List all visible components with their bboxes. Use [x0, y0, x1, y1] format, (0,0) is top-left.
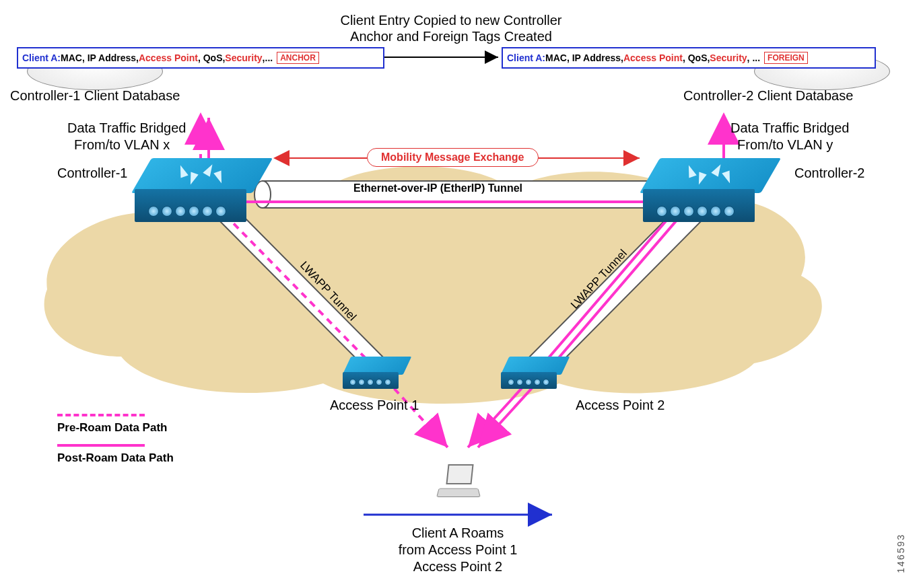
legend-post: Post-Roam Data Path: [57, 451, 174, 465]
fields-black1-right: MAC, IP Address,: [545, 52, 623, 63]
header-line2: Anchor and Foreign Tags Created: [316, 28, 586, 45]
lwapp-tunnel-left: [207, 202, 397, 378]
db-label-right: Controller-2 Client Database: [683, 87, 853, 104]
ap1-label: Access Point 1: [330, 397, 419, 414]
controller-2-device: [650, 158, 771, 222]
client-entry-right: Client A: MAC, IP Address, Access Point …: [502, 47, 876, 69]
controller-2-label: Controller-2: [794, 165, 864, 182]
fields-black1-left: MAC, IP Address,: [61, 52, 139, 63]
legend-solid-line: [57, 444, 145, 447]
client-a-label-left: Client A:: [22, 52, 61, 63]
svg-marker-3: [207, 209, 397, 371]
field-ap-left: Access Point: [139, 52, 198, 63]
lwapp-label-left: LWAPP Tunnel: [298, 259, 359, 324]
mobility-pill: Mobility Message Exchange: [367, 148, 539, 167]
access-point-2-device: [505, 357, 566, 389]
access-point-1-device: [347, 357, 407, 389]
header-line1: Client Entry Copied to new Controller: [316, 12, 586, 29]
lwapp-label-right: LWAPP Tunnel: [568, 247, 629, 311]
legend-dashed-line: [57, 414, 145, 416]
lwapp-tunnel-right: [515, 202, 714, 378]
controller-1-device: [141, 158, 263, 222]
ap2-label: Access Point 2: [576, 397, 664, 414]
etherip-label: Ethernet-over-IP (EtherIP) Tunnel: [353, 182, 522, 195]
figure-id: 146593: [895, 534, 906, 573]
tag-anchor: ANCHOR: [277, 52, 319, 64]
client-roam-3: Access Point 2: [374, 558, 542, 575]
fields-black2-left: , QoS,: [198, 52, 225, 63]
traffic-right-2: From/to VLAN y: [737, 137, 833, 153]
legend-pre: Pre-Roam Data Path: [57, 420, 167, 435]
client-roam-2: from Access Point 1: [374, 542, 542, 558]
field-ap-right: Access Point: [623, 52, 683, 63]
db-label-left: Controller-1 Client Database: [10, 87, 180, 104]
client-roam-1: Client A Roams: [374, 525, 542, 542]
ellipsis-left: ,...: [263, 52, 273, 63]
controller-1-label: Controller-1: [57, 165, 127, 182]
ellipsis-right: , ...: [747, 52, 760, 63]
traffic-left-2: From/to VLAN x: [74, 137, 170, 153]
client-entry-left: Client A: MAC, IP Address, Access Point …: [17, 47, 384, 69]
tag-foreign: FOREIGN: [764, 52, 808, 64]
field-sec-left: Security: [225, 52, 262, 63]
traffic-right-1: Data Traffic Bridged: [730, 120, 849, 137]
svg-marker-6: [515, 209, 714, 371]
client-a-label-right: Client A:: [507, 52, 545, 63]
traffic-left-1: Data Traffic Bridged: [67, 120, 186, 137]
field-sec-right: Security: [710, 52, 747, 63]
fields-black2-right: , QoS,: [683, 52, 710, 63]
client-laptop: [438, 464, 478, 498]
